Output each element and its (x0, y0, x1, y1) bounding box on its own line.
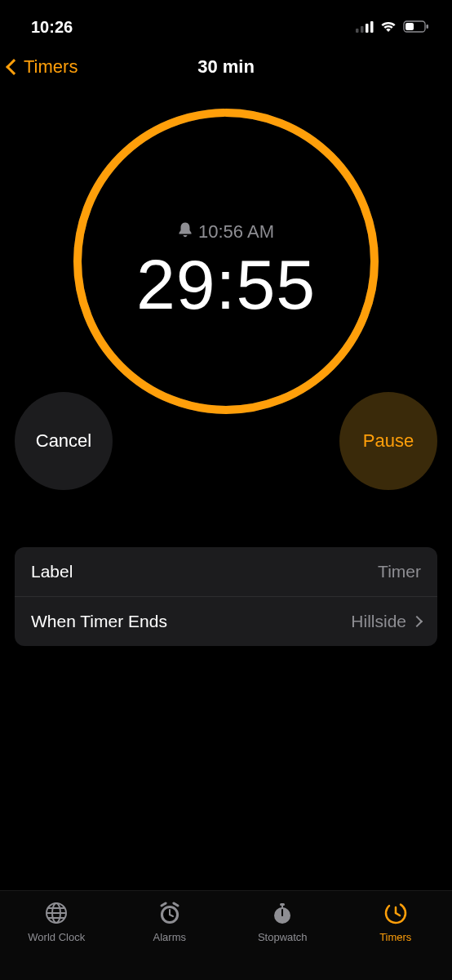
alarm-icon (156, 899, 184, 927)
tab-alarms[interactable]: Alarms (113, 899, 227, 943)
tab-label: Alarms (153, 931, 186, 943)
when-timer-ends-row[interactable]: When Timer Ends Hillside (15, 596, 437, 646)
end-time: 10:56 AM (178, 221, 274, 243)
svg-rect-3 (370, 21, 374, 33)
cancel-label: Cancel (36, 430, 91, 452)
tab-timers[interactable]: Timers (339, 899, 453, 943)
svg-rect-5 (405, 23, 414, 30)
label-row-value: Timer (378, 562, 421, 581)
page-title: 30 min (197, 56, 255, 78)
timer-area: 10:56 AM 29:55 Cancel Pause (0, 90, 452, 457)
ends-row-title: When Timer Ends (31, 612, 167, 631)
timer-ring: 10:56 AM 29:55 (71, 106, 381, 416)
svg-rect-6 (427, 24, 429, 29)
chevron-right-icon (411, 616, 423, 627)
countdown-text: 29:55 (136, 244, 316, 325)
wifi-icon (379, 18, 397, 37)
tab-stopwatch[interactable]: Stopwatch (226, 899, 339, 943)
settings-list: Label Timer When Timer Ends Hillside (15, 547, 437, 646)
svg-line-20 (174, 903, 178, 906)
globe-icon (42, 899, 70, 927)
pause-label: Pause (363, 430, 414, 452)
label-row-title: Label (31, 562, 73, 581)
status-indicators (356, 18, 429, 37)
status-bar: 10:26 (0, 0, 452, 44)
end-time-text: 10:56 AM (198, 221, 274, 243)
bell-icon (178, 221, 193, 243)
back-label: Timers (24, 56, 78, 78)
ends-row-value: Hillside (351, 612, 406, 631)
battery-icon (403, 18, 429, 37)
stopwatch-icon (268, 899, 296, 927)
svg-line-27 (396, 913, 400, 915)
cancel-button[interactable]: Cancel (15, 392, 113, 490)
svg-rect-23 (281, 905, 283, 908)
back-button[interactable]: Timers (8, 56, 78, 78)
status-time: 10:26 (31, 18, 73, 37)
tab-world-clock[interactable]: World Clock (0, 899, 113, 943)
svg-rect-1 (361, 26, 364, 33)
svg-line-19 (162, 903, 166, 906)
tab-label: Timers (379, 931, 411, 943)
cellular-icon (356, 18, 374, 37)
timer-button-row: Cancel Pause (0, 392, 452, 490)
label-row[interactable]: Label Timer (15, 547, 437, 596)
timer-icon (382, 899, 410, 927)
pause-button[interactable]: Pause (339, 392, 437, 490)
chevron-left-icon (6, 59, 22, 75)
svg-rect-0 (356, 29, 359, 33)
tab-bar: World Clock Alarms Stopwatch (0, 890, 452, 980)
nav-bar: Timers 30 min (0, 44, 452, 90)
tab-label: World Clock (28, 931, 85, 943)
tab-label: Stopwatch (258, 931, 308, 943)
svg-rect-2 (366, 24, 369, 33)
